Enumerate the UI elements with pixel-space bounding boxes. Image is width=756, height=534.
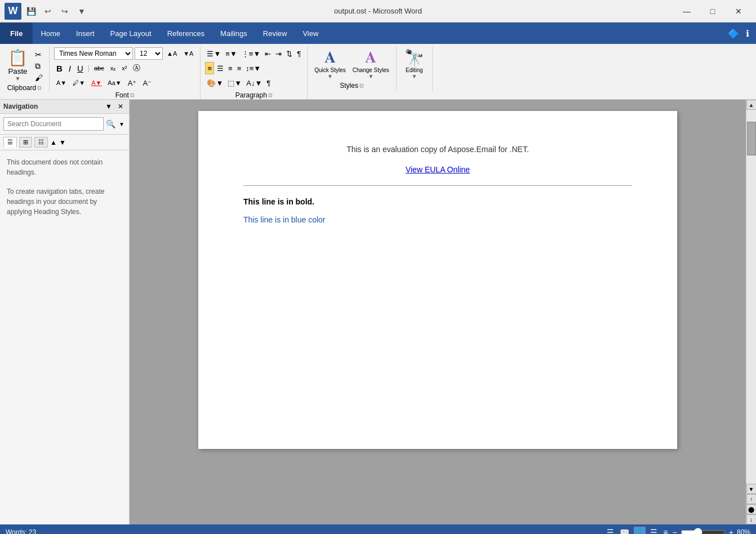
styles-expand[interactable]: ⊡ — [359, 83, 364, 88]
sort2-button[interactable]: A↓▼ — [244, 77, 264, 89]
bold-line: This line is in bold. — [243, 197, 632, 206]
justify-button[interactable]: ≡ — [235, 62, 243, 74]
scroll-track[interactable] — [746, 110, 757, 484]
font-color-button[interactable]: A▼ — [54, 77, 69, 89]
scroll-up-button[interactable]: ▲ — [746, 100, 757, 110]
maximize-button[interactable]: □ — [700, 3, 726, 20]
help-icon[interactable]: 🔷 — [726, 26, 741, 41]
nav-close-button[interactable]: ✕ — [115, 102, 126, 111]
menu-file[interactable]: File — [0, 23, 33, 44]
menu-insert[interactable]: Insert — [68, 23, 103, 44]
menu-review[interactable]: Review — [255, 23, 295, 44]
change-styles-button[interactable]: 𝐀 Change Styles ▼ — [350, 47, 392, 81]
underline-button[interactable]: U — [75, 62, 86, 74]
highlight-color-button[interactable]: 🖊▼ — [70, 77, 87, 89]
sort-button[interactable]: ⇅ — [284, 47, 294, 60]
full-screen-view-button[interactable]: 📖 — [619, 527, 630, 534]
bold-button[interactable]: B — [54, 62, 65, 74]
paragraph-expand[interactable]: ⊡ — [268, 92, 273, 98]
pilcrow-button[interactable]: ¶ — [265, 77, 272, 89]
nav-tab-headings[interactable]: ☰ — [3, 137, 17, 148]
quick-styles-button[interactable]: 𝐀 Quick Styles ▼ — [312, 47, 348, 81]
nav-prev-button[interactable]: ▲ — [50, 137, 57, 148]
nav-search-dropdown[interactable]: ▼ — [118, 120, 126, 128]
cut-button[interactable]: ✂ — [33, 50, 45, 60]
undo-button[interactable]: ↩ — [41, 4, 55, 19]
subscript-button[interactable]: x₂ — [108, 62, 118, 74]
window-controls: — □ ✕ — [674, 3, 751, 20]
document-area[interactable]: This is an evaluation copy of Aspose.Ema… — [130, 100, 746, 524]
paste-dropdown-arrow[interactable]: ▼ — [15, 75, 21, 82]
increase-font-size-button[interactable]: ▲A — [164, 47, 179, 60]
nav-dropdown-button[interactable]: ▼ — [103, 102, 114, 111]
increase-indent-button[interactable]: ⇥ — [274, 47, 283, 60]
save-button[interactable]: 💾 — [24, 4, 38, 19]
select-browse-button[interactable]: ⬤ — [746, 504, 757, 514]
editing-arrow[interactable]: ▼ — [411, 73, 417, 79]
font-size-select[interactable]: 12 — [135, 47, 163, 60]
redo-button[interactable]: ↪ — [57, 4, 72, 19]
zoom-in-button[interactable]: + — [729, 528, 733, 534]
headings-icon: ☰ — [7, 139, 13, 145]
copy-button[interactable]: ⧉ — [33, 61, 45, 72]
print-layout-view-button[interactable]: ☰ — [606, 527, 615, 534]
search-document-input[interactable] — [3, 117, 104, 131]
web-layout-view-button[interactable]: 🌐 — [634, 527, 646, 534]
nav-tab-results[interactable]: ☷ — [34, 137, 48, 148]
decrease-indent-button[interactable]: ⇤ — [263, 47, 273, 60]
change-styles-arrow[interactable]: ▼ — [368, 73, 373, 79]
prev-page-button[interactable]: ↑ — [746, 494, 757, 504]
menu-page-layout[interactable]: Page Layout — [103, 23, 159, 44]
menu-view[interactable]: View — [295, 23, 326, 44]
align-center-button[interactable]: ☰ — [215, 62, 225, 74]
scroll-down-button[interactable]: ▼ — [746, 484, 757, 494]
editing-btn-wrap: 🔭 Editing ▼ — [401, 47, 428, 81]
styles-buttons: 𝐀 Quick Styles ▼ 𝐀 Change Styles ▼ — [312, 47, 392, 81]
nav-next-button[interactable]: ▼ — [59, 137, 66, 148]
nav-tab-pages[interactable]: ⊞ — [19, 137, 32, 148]
menu-mailings[interactable]: Mailings — [212, 23, 255, 44]
bullets-button[interactable]: ☰▼ — [205, 47, 223, 60]
eula-link[interactable]: View EULA Online — [243, 165, 632, 174]
close-button[interactable]: ✕ — [726, 3, 751, 20]
font-name-select[interactable]: Times New Roman — [54, 47, 133, 60]
shading-button[interactable]: 🎨▼ — [205, 77, 225, 89]
numbering-button[interactable]: ≡▼ — [224, 47, 238, 60]
clear-format-button[interactable]: Ⓐ — [131, 62, 143, 74]
nav-search-button[interactable]: 🔍 — [104, 118, 118, 130]
italic-button[interactable]: I — [66, 62, 73, 74]
borders-button[interactable]: ⬚▼ — [226, 77, 243, 89]
menu-references[interactable]: References — [159, 23, 212, 44]
strikethrough-button[interactable]: abc — [92, 62, 106, 74]
draft-view-button[interactable]: ≡ — [662, 527, 669, 534]
zoom-out-button[interactable]: − — [673, 528, 677, 534]
multilevel-button[interactable]: ⋮≡▼ — [240, 47, 262, 60]
align-left-button[interactable]: ≡ — [205, 62, 214, 74]
editing-icon: 🔭 — [404, 48, 424, 67]
change-case-button[interactable]: Aa▼ — [105, 77, 123, 89]
superscript-button[interactable]: x² — [119, 62, 129, 74]
paste-button[interactable]: 📋 Paste ▼ — [5, 47, 31, 83]
nav-content-heading: This document does not contain headings. — [7, 157, 122, 177]
format-painter-button[interactable]: 🖌 — [33, 73, 45, 83]
menu-home[interactable]: Home — [33, 23, 68, 44]
minimize-button[interactable]: — — [674, 3, 700, 20]
align-right-button[interactable]: ≡ — [226, 62, 234, 74]
decrease-font-size-button[interactable]: ▼A — [181, 47, 195, 60]
editing-label: Editing — [406, 67, 423, 73]
line-spacing-button[interactable]: ↕≡▼ — [244, 62, 263, 74]
scroll-thumb[interactable] — [747, 122, 756, 155]
qat-more-button[interactable]: ▼ — [74, 4, 89, 19]
zoom-slider[interactable] — [681, 528, 726, 534]
info-icon[interactable]: ℹ — [744, 26, 751, 41]
show-marks-button[interactable]: ¶ — [295, 47, 303, 60]
clipboard-expand[interactable]: ⊡ — [37, 85, 42, 91]
font-expand[interactable]: ⊡ — [130, 92, 135, 98]
outline-view-button[interactable]: ☰ — [649, 527, 659, 534]
editing-button[interactable]: 🔭 Editing ▼ — [401, 47, 428, 81]
big-font-button[interactable]: A⁺ — [126, 77, 139, 89]
small-font-button[interactable]: A⁻ — [140, 77, 154, 89]
quick-styles-arrow[interactable]: ▼ — [327, 73, 333, 79]
next-page-button[interactable]: ↓ — [746, 514, 757, 524]
text-color-button[interactable]: A▼ — [89, 77, 104, 89]
